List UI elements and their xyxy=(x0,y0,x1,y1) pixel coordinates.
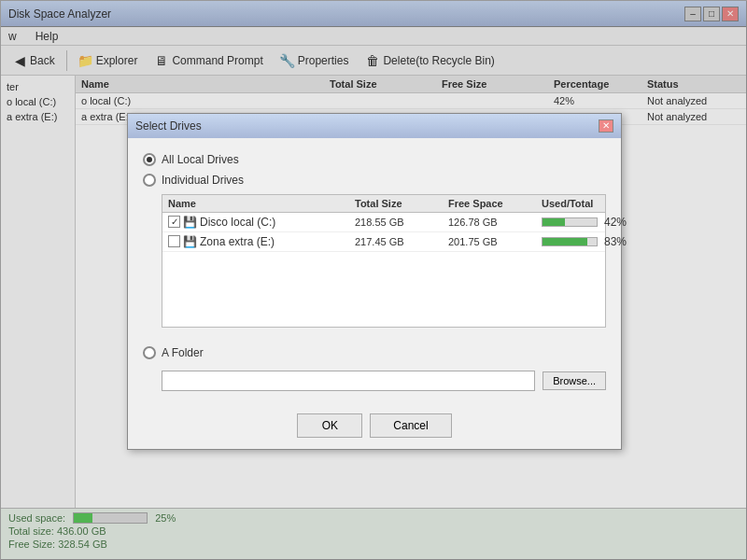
drive-e-bar xyxy=(542,237,598,246)
browse-button[interactable]: Browse... xyxy=(543,371,606,390)
select-drives-dialog: Select Drives ✕ All Local Drives Individ… xyxy=(127,113,622,450)
cancel-button[interactable]: Cancel xyxy=(370,413,451,438)
individual-drives-radio[interactable] xyxy=(143,174,156,187)
drive-e-used-total: 83% xyxy=(542,235,654,248)
drive-e-icon: 💾 xyxy=(183,235,197,248)
drive-c-free: 126.78 GB xyxy=(448,217,542,228)
individual-drives-option[interactable]: Individual Drives xyxy=(143,174,606,187)
all-local-drives-option[interactable]: All Local Drives xyxy=(143,153,606,166)
dialog-title: Select Drives xyxy=(135,119,202,133)
a-folder-option[interactable]: A Folder xyxy=(143,346,606,359)
drive-e-checkbox[interactable] xyxy=(168,235,180,247)
drive-c-name: Disco local (C:) xyxy=(200,216,275,229)
a-folder-radio[interactable] xyxy=(143,346,156,359)
a-folder-label: A Folder xyxy=(162,346,204,359)
drive-c-name-cell: 💾 Disco local (C:) xyxy=(168,216,355,229)
drive-c-used-total: 42% xyxy=(542,216,654,229)
drive-e-name: Zona extra (E:) xyxy=(200,235,275,248)
folder-input[interactable] xyxy=(162,371,535,391)
dialog-close-button[interactable]: ✕ xyxy=(599,119,613,133)
drives-col-used: Used/Total xyxy=(542,198,654,209)
drive-e-total: 217.45 GB xyxy=(355,236,448,247)
drive-c-pct: 42% xyxy=(604,216,627,229)
drive-row-e[interactable]: 💾 Zona extra (E:) 217.45 GB 201.75 GB 83… xyxy=(162,232,605,252)
drive-c-checkbox[interactable] xyxy=(168,216,180,228)
all-local-drives-radio[interactable] xyxy=(143,153,156,166)
drive-c-total: 218.55 GB xyxy=(355,217,448,228)
drive-e-free: 201.75 GB xyxy=(448,236,542,247)
drives-table: Name Total Size Free Space Used/Total 💾 … xyxy=(162,194,606,328)
drives-col-free: Free Space xyxy=(448,198,542,209)
drive-options-group: All Local Drives Individual Drives Name … xyxy=(143,153,606,359)
individual-drives-label: Individual Drives xyxy=(162,174,244,187)
drive-e-name-cell: 💾 Zona extra (E:) xyxy=(168,235,355,248)
drive-c-bar xyxy=(542,217,598,227)
empty-space xyxy=(162,252,605,327)
drives-col-total: Total Size xyxy=(355,198,448,209)
drives-col-name: Name xyxy=(168,198,355,209)
all-local-drives-label: All Local Drives xyxy=(162,153,239,166)
drives-table-header: Name Total Size Free Space Used/Total xyxy=(162,195,605,213)
drive-row-c[interactable]: 💾 Disco local (C:) 218.55 GB 126.78 GB 4… xyxy=(162,213,605,232)
dialog-overlay: Select Drives ✕ All Local Drives Individ… xyxy=(1,1,747,560)
drive-e-pct: 83% xyxy=(604,235,627,248)
drive-c-icon: 💾 xyxy=(183,216,197,229)
ok-button[interactable]: OK xyxy=(297,413,362,438)
